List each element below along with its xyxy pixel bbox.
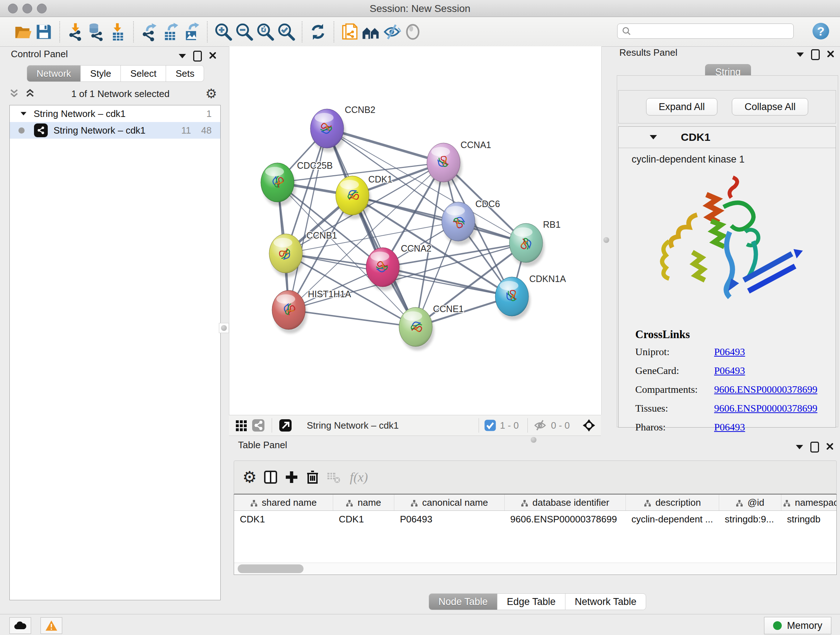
export-network-button[interactable] [139, 21, 160, 42]
gear-icon[interactable]: ⚙ [205, 87, 217, 100]
search-input[interactable] [631, 26, 785, 36]
column-header-name[interactable]: name [333, 494, 394, 511]
current-network-dot-icon [19, 127, 25, 134]
close-panel-icon[interactable] [209, 52, 216, 60]
crosslink-value-link[interactable]: 9606.ENSP00000378699 [714, 402, 817, 414]
table-cell[interactable]: 9606.ENSP00000378699 [505, 511, 626, 528]
crosslink-value-link[interactable]: P06493 [714, 346, 745, 358]
column-header-namespace[interactable]: namespace [782, 494, 837, 511]
network-edge-CCNB2-HIST1H1A[interactable] [289, 128, 327, 310]
function-builder-button[interactable]: f(x) [350, 470, 368, 485]
hide-selection-button[interactable] [381, 21, 402, 42]
crosslink-value-link[interactable]: P06493 [714, 421, 745, 433]
column-type-icon [250, 500, 257, 507]
memory-button[interactable]: Memory [764, 617, 831, 634]
table-cell[interactable]: stringdb:9... [719, 511, 782, 528]
string-network-graph[interactable]: CCNB2CCNA1CDC25BCDK1CDC6RB1CCNB1CCNA2CDK… [229, 46, 601, 415]
panel-menu-icon[interactable] [796, 445, 803, 449]
panel-menu-icon[interactable] [179, 54, 186, 58]
import-database-button[interactable] [86, 21, 107, 42]
table-row[interactable]: CDK1CDK1P064939606.ENSP00000378699cyclin… [234, 511, 837, 528]
tab-network-table[interactable]: Network Table [565, 593, 646, 610]
table-cell[interactable]: cyclin-dependent ... [626, 511, 719, 528]
float-panel-icon[interactable] [810, 442, 819, 453]
column-header-description[interactable]: description [626, 494, 719, 511]
node-details-card: CDK1 cyclin-dependent kinase 1 [618, 126, 836, 428]
column-header--id[interactable]: @id [719, 494, 782, 511]
import-table-button[interactable] [107, 21, 128, 42]
left-splitter-handle[interactable] [219, 323, 229, 333]
collapse-all-button[interactable]: Collapse All [732, 98, 808, 116]
node-label-CCNA2: CCNA2 [401, 243, 431, 253]
collapse-all-icon[interactable] [9, 88, 19, 100]
help-button[interactable]: ? [813, 23, 829, 40]
zoom-in-button[interactable] [213, 21, 234, 42]
bar-separator [478, 418, 479, 432]
column-header-database-identifier[interactable]: database identifier [505, 494, 626, 511]
collection-expand-icon[interactable] [21, 112, 27, 116]
hidden-eye-icon[interactable] [533, 417, 547, 434]
tab-node-table[interactable]: Node Table [429, 593, 497, 610]
collection-label: String Network – cdk1 [34, 108, 207, 119]
expand-all-button[interactable]: Expand All [646, 98, 718, 116]
tab-edge-table[interactable]: Edge Table [497, 593, 565, 610]
network-collection-row[interactable]: String Network – cdk1 1 [10, 105, 220, 122]
home-networks-button[interactable] [360, 21, 381, 42]
refresh-view-button[interactable] [308, 21, 328, 42]
show-columns-button[interactable] [260, 467, 281, 488]
expand-all-icon[interactable] [25, 88, 35, 100]
crosslink-value-link[interactable]: P06493 [714, 365, 745, 377]
delete-column-button[interactable] [302, 467, 323, 488]
network-edge-CCNA2-CDKN1A[interactable] [383, 267, 512, 296]
table-cell[interactable]: stringdb [782, 511, 837, 528]
selected-checkbox-icon[interactable] [484, 417, 496, 434]
zoom-fit-button[interactable] [255, 21, 276, 42]
horizontal-scrollbar[interactable] [234, 562, 836, 575]
collapse-section-icon[interactable] [650, 135, 657, 139]
column-type-icon [521, 500, 528, 507]
tab-style[interactable]: Style [81, 65, 121, 82]
import-network-button[interactable] [65, 21, 86, 42]
table-settings-button[interactable]: ⚙ [239, 467, 260, 488]
results-panel: Results Panel String Expand All Collapse… [615, 46, 840, 427]
warnings-button[interactable] [41, 617, 62, 634]
add-column-button[interactable] [281, 467, 302, 488]
cloud-status-button[interactable] [9, 617, 31, 634]
table-cell[interactable]: P06493 [394, 511, 505, 528]
network-view-canvas[interactable]: CCNB2CCNA1CDC25BCDK1CDC6RB1CCNB1CCNA2CDK… [229, 46, 602, 415]
close-panel-icon[interactable] [827, 50, 834, 59]
table-cell[interactable]: CDK1 [333, 511, 394, 528]
tab-select[interactable]: Select [121, 65, 166, 82]
export-image-button[interactable] [181, 21, 202, 42]
table-cell[interactable]: CDK1 [234, 511, 333, 528]
float-panel-icon[interactable] [811, 49, 820, 60]
node-card-header[interactable]: CDK1 [619, 127, 836, 148]
delete-table-button[interactable] [323, 467, 344, 488]
close-panel-icon[interactable] [826, 443, 834, 451]
open-session-button[interactable] [12, 21, 33, 42]
right-splitter-handle[interactable] [602, 235, 611, 245]
zoom-selected-button[interactable] [276, 21, 297, 42]
toolbar-separator [333, 21, 334, 42]
search-box[interactable] [617, 24, 794, 39]
tab-network[interactable]: Network [27, 65, 81, 82]
tab-sets[interactable]: Sets [166, 65, 204, 82]
column-header-canonical-name[interactable]: canonical name [394, 494, 505, 511]
network-badge-icon[interactable] [250, 417, 267, 434]
scrollbar-thumb[interactable] [238, 564, 303, 573]
preview-button[interactable] [402, 21, 423, 42]
grid-view-button[interactable] [233, 417, 250, 434]
open-in-window-button[interactable] [277, 417, 294, 434]
crosslink-value-link[interactable]: 9606.ENSP00000378699 [714, 384, 817, 395]
birds-eye-toggle-button[interactable] [581, 417, 597, 434]
export-table-button[interactable] [160, 21, 181, 42]
string-documents-button[interactable] [339, 21, 360, 42]
zoom-out-button[interactable] [234, 21, 255, 42]
network-row[interactable]: String Network – cdk1 11 48 [10, 122, 220, 139]
panel-menu-icon[interactable] [797, 52, 804, 57]
float-panel-icon[interactable] [193, 51, 202, 62]
column-header-shared-name[interactable]: shared name [234, 494, 333, 511]
save-session-button[interactable] [33, 21, 54, 42]
network-edge-HIST1H1A-CCNE1[interactable] [289, 310, 416, 327]
toolbar-separator [207, 21, 208, 42]
